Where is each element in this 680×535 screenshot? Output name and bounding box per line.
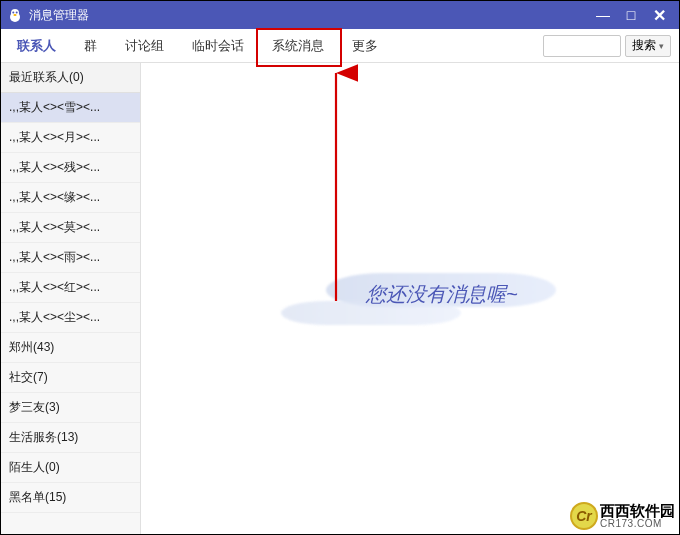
search-input[interactable] bbox=[543, 35, 621, 57]
group-item[interactable]: 生活服务(13) bbox=[1, 423, 140, 453]
group-item[interactable]: 郑州(43) bbox=[1, 333, 140, 363]
contact-item[interactable]: .,,某人<><尘><... bbox=[1, 303, 140, 333]
empty-message-text: 您还没有消息喔~ bbox=[366, 281, 518, 308]
svg-point-4 bbox=[13, 14, 16, 16]
search-wrap: 搜索 ▾ bbox=[543, 35, 671, 57]
window-title: 消息管理器 bbox=[29, 7, 89, 24]
tab-bar: 联系人群讨论组临时会话系统消息更多 搜索 ▾ bbox=[1, 29, 679, 63]
search-button-label: 搜索 bbox=[632, 37, 656, 54]
title-bar: 消息管理器 — □ ✕ bbox=[1, 1, 679, 29]
window-root: 消息管理器 — □ ✕ 联系人群讨论组临时会话系统消息更多 搜索 ▾ 最近联系人… bbox=[0, 0, 680, 535]
watermark: Cr 西西软件园 CR173.COM bbox=[570, 502, 675, 530]
app-icon bbox=[7, 7, 23, 23]
tab-2[interactable]: 讨论组 bbox=[111, 29, 178, 62]
tab-1[interactable]: 群 bbox=[70, 29, 111, 62]
recent-contacts-header[interactable]: 最近联系人(0) bbox=[1, 63, 140, 93]
search-button[interactable]: 搜索 ▾ bbox=[625, 35, 671, 57]
svg-point-2 bbox=[12, 12, 14, 14]
group-item[interactable]: 陌生人(0) bbox=[1, 453, 140, 483]
close-button[interactable]: ✕ bbox=[645, 4, 673, 26]
contact-item[interactable]: .,,某人<><莫><... bbox=[1, 213, 140, 243]
minimize-button[interactable]: — bbox=[589, 4, 617, 26]
group-item[interactable]: 社交(7) bbox=[1, 363, 140, 393]
tab-0[interactable]: 联系人 bbox=[3, 29, 70, 62]
contact-item[interactable]: .,,某人<><红><... bbox=[1, 273, 140, 303]
watermark-text-row1: 西西软件园 bbox=[600, 503, 675, 519]
watermark-text-row2: CR173.COM bbox=[600, 519, 675, 530]
svg-point-3 bbox=[16, 12, 18, 14]
sidebar: 最近联系人(0) .,,某人<><雪><....,,某人<><月><....,,… bbox=[1, 63, 141, 534]
contact-item[interactable]: .,,某人<><雪><... bbox=[1, 93, 140, 123]
tab-4[interactable]: 系统消息 bbox=[258, 29, 338, 62]
body: 最近联系人(0) .,,某人<><雪><....,,某人<><月><....,,… bbox=[1, 63, 679, 534]
maximize-button[interactable]: □ bbox=[617, 4, 645, 26]
group-item[interactable]: 梦三友(3) bbox=[1, 393, 140, 423]
main-pane: 您还没有消息喔~ bbox=[141, 63, 679, 534]
tab-5[interactable]: 更多 bbox=[338, 29, 392, 62]
contact-item[interactable]: .,,某人<><雨><... bbox=[1, 243, 140, 273]
group-item[interactable]: 黑名单(15) bbox=[1, 483, 140, 513]
contact-item[interactable]: .,,某人<><月><... bbox=[1, 123, 140, 153]
watermark-logo: Cr bbox=[570, 502, 598, 530]
contact-item[interactable]: .,,某人<><残><... bbox=[1, 153, 140, 183]
chevron-down-icon: ▾ bbox=[659, 41, 664, 51]
contact-item[interactable]: .,,某人<><缘><... bbox=[1, 183, 140, 213]
tab-3[interactable]: 临时会话 bbox=[178, 29, 258, 62]
